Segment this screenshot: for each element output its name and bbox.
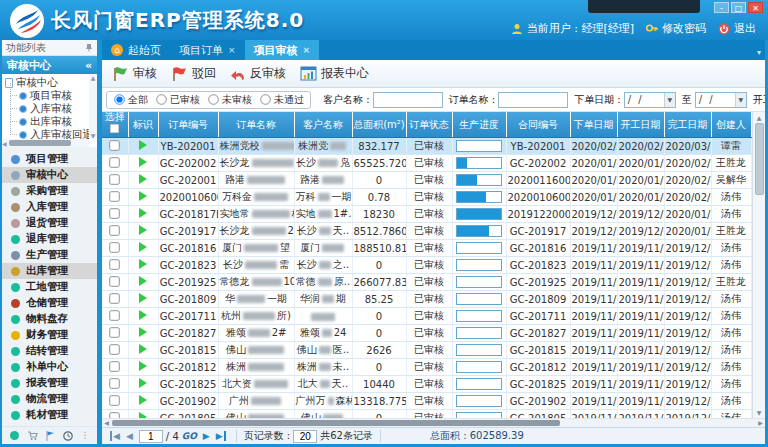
row-checkbox[interactable] [110,157,120,167]
column-header[interactable]: 开工日期 [617,112,664,138]
sidebar-item[interactable]: 物流管理 [2,391,97,407]
order-row[interactable]: GC-201816厦门望厦门188510.818已审核GC-2018162019… [102,240,751,257]
collapse-icon[interactable]: « [85,59,92,72]
row-checkbox[interactable] [110,361,120,371]
column-header[interactable]: 完工日期 [664,112,711,138]
sidebar-item[interactable]: 生产管理 [2,247,97,263]
tree-item[interactable]: 入库审核 [5,102,89,115]
select-all-checkbox[interactable] [110,124,120,134]
tree-item[interactable]: 项目审核 [5,89,89,102]
order-row[interactable]: GC-202001路港路港0已审核202001160012020/01/1620… [102,172,751,189]
row-checkbox[interactable] [110,293,120,303]
row-checkbox[interactable] [110,191,120,201]
column-header[interactable]: 合同编号 [506,112,570,138]
customer-name-input[interactable] [373,92,443,108]
row-checkbox[interactable] [110,225,120,235]
order-row[interactable]: GC-201805佛山佛山0已审核GC-2018052019/11/192019… [102,410,751,419]
audit-button[interactable]: 审核 [112,65,157,82]
sidebar-item[interactable]: 补单中心 [2,359,97,375]
column-header[interactable]: 创建人 [711,112,751,138]
report-center-button[interactable]: 报表中心 [300,65,369,82]
order-row[interactable]: GC-201917长沙龙2#长沙天..8512.78600..已审核GC-201… [102,223,751,240]
grid-vertical-scrollbar[interactable]: ▲ ▼ [752,112,765,418]
row-checkbox[interactable] [110,208,120,218]
sidebar-item[interactable]: 报表管理 [2,375,97,391]
order-row[interactable]: GC-202002长沙龙长沙凫65525.7200..已审核GC-2020022… [102,155,751,172]
column-header[interactable]: 下单日期 [570,112,617,138]
sidebar-item[interactable]: 耗材管理 [2,407,97,423]
last-page-button[interactable]: ▶ [216,431,226,441]
change-password-button[interactable]: 修改密码 [646,21,706,36]
sidebar-item[interactable]: 财务管理 [2,327,97,343]
order-row[interactable]: GC-201711杭州所)0已审核GC-2017112019/11/202019… [102,308,751,325]
sidebar-item[interactable]: 审核中心 [2,167,97,183]
row-checkbox[interactable] [110,259,120,269]
order-row[interactable]: 20200106001万科金万科一期0.78已审核202001060012020… [102,189,751,206]
sidebar-item[interactable]: 采购管理 [2,183,97,199]
order-row[interactable]: GC-201817B实地常栋实地1#..18230已审核201912200022… [102,206,751,223]
sidebar-item[interactable]: 退库管理 [2,231,97,247]
status-radio[interactable]: 全部 [113,93,148,107]
more-icon[interactable]: ⋮ [81,431,90,440]
row-checkbox[interactable] [110,140,120,150]
status-radio[interactable]: 已审核 [155,93,200,107]
row-checkbox[interactable] [110,344,120,354]
order-date-from-picker[interactable]: / /▼ [624,92,676,108]
order-row[interactable]: GC-201815佛山佛山医..2626已审核GC-2018152019/11/… [102,342,751,359]
sidebar-item[interactable]: 出库管理 [2,263,97,279]
flag-icon[interactable] [46,431,55,441]
reject-button[interactable]: 驳回 [171,65,216,82]
page-size-input[interactable] [293,430,317,443]
tree-item[interactable]: 出库审核 [5,115,89,128]
clock-icon[interactable] [63,431,73,441]
close-icon[interactable]: × [303,45,311,55]
column-header[interactable]: 生产进度 [452,112,506,138]
close-icon[interactable]: × [228,45,236,55]
first-page-button[interactable]: ◀ [110,431,120,441]
sidebar-group-header[interactable]: 审核中心 « [2,56,97,74]
pin-icon[interactable] [85,43,93,52]
order-row[interactable]: GC-201902广州广州万森林13318.775已审核GC-201902201… [102,393,751,410]
column-header[interactable]: 订单状态 [406,112,452,138]
column-header[interactable]: 总面积(m²) [352,112,406,138]
order-row[interactable]: GC-201925常德龙10常德原..266077.835..已审核GC-201… [102,274,751,291]
row-checkbox[interactable] [110,378,120,388]
logout-button[interactable]: 退出 [718,21,756,36]
order-row[interactable]: GC-201825北大资北大天..10440已审核GC-2018252019/1… [102,376,751,393]
sidebar-item[interactable]: 退货管理 [2,215,97,231]
sidebar-item[interactable]: 仓储管理 [2,295,97,311]
order-row[interactable]: YB-202001株洲党校株洲党832.177已审核YB-2020012020/… [102,138,751,155]
order-row[interactable]: GC-201827雅颂2#雅颂240已审核GC-2018272019/11/20… [102,325,751,342]
row-checkbox[interactable] [110,174,120,184]
order-name-input[interactable] [498,92,568,108]
row-checkbox[interactable] [110,276,120,286]
grid-horizontal-scrollbar[interactable]: ◀ ▶ [102,418,765,427]
row-checkbox[interactable] [110,395,120,405]
column-header[interactable]: 标识 [128,112,158,138]
go-button[interactable]: GO [182,431,197,441]
row-checkbox[interactable] [110,242,120,252]
status-radio[interactable]: 未通过 [259,93,304,107]
tab-project-audit[interactable]: 项目审核 × [245,40,320,60]
tab-home[interactable]: ⌂ 起始页 [102,40,170,60]
close-button[interactable]: ✕ [748,2,763,13]
row-checkbox[interactable] [110,327,120,337]
sidebar-item[interactable]: 入库管理 [2,199,97,215]
minimize-button[interactable]: - [714,2,729,13]
row-checkbox[interactable] [110,310,120,320]
tab-project-orders[interactable]: 项目订单 × [170,40,245,60]
sidebar-item[interactable]: 物料盘存 [2,311,97,327]
tree-horizontal-scrollbar[interactable]: ◀ [2,139,89,147]
tree-root-item[interactable]: 审核中心 [5,76,89,89]
column-header[interactable]: 选择 [102,112,128,138]
dot-icon[interactable] [10,431,19,440]
tab-overflow-icon[interactable]: ▾ [757,48,761,57]
order-date-to-picker[interactable]: / /▼ [695,92,747,108]
maximize-button[interactable]: □ [731,2,746,13]
prev-page-button[interactable]: ◀ [126,431,133,441]
sidebar-item[interactable]: 工地管理 [2,279,97,295]
page-number-input[interactable] [139,430,163,443]
unaudit-button[interactable]: 反审核 [230,65,286,82]
column-header[interactable]: 客户名称 [294,112,352,138]
status-radio[interactable]: 未审核 [207,93,252,107]
